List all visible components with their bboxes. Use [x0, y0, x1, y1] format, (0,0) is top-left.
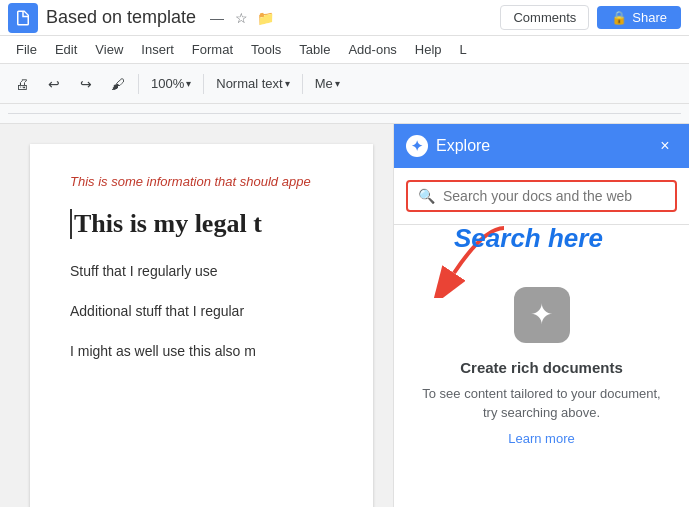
search-container: 🔍 — [394, 168, 689, 225]
style-arrow: ▾ — [285, 78, 290, 89]
doc-body-2[interactable]: Additional stuff that I regular — [70, 303, 333, 319]
document-area: This is some information that should app… — [0, 124, 393, 507]
font-value: Me — [315, 76, 333, 91]
font-selector[interactable]: Me ▾ — [309, 74, 346, 93]
print-button[interactable]: 🖨 — [8, 70, 36, 98]
doc-body-3[interactable]: I might as well use this also m — [70, 343, 333, 359]
menu-tools[interactable]: Tools — [243, 40, 289, 59]
star-icon[interactable]: ☆ — [232, 9, 250, 27]
title-actions: — ☆ 📁 — [208, 9, 274, 27]
main-area: This is some information that should app… — [0, 124, 689, 507]
share-label: Share — [632, 10, 667, 25]
file-menu-bar: File Edit View Insert Format Tools Table… — [0, 36, 689, 64]
explore-create-title: Create rich documents — [460, 359, 623, 376]
search-icon: 🔍 — [418, 188, 435, 204]
explore-create-desc: To see content tailored to your document… — [414, 384, 669, 423]
menu-format[interactable]: Format — [184, 40, 241, 59]
menu-edit[interactable]: Edit — [47, 40, 85, 59]
toolbar-divider-2 — [203, 74, 204, 94]
menu-file[interactable]: File — [8, 40, 45, 59]
search-box[interactable]: 🔍 — [406, 180, 677, 212]
explore-close-button[interactable]: × — [653, 134, 677, 158]
lock-icon: 🔒 — [611, 10, 627, 25]
folder-icon[interactable]: 📁 — [256, 9, 274, 27]
zoom-arrow: ▾ — [186, 78, 191, 89]
arrow-annotation: Search here — [424, 218, 524, 302]
minimize-icon[interactable]: — — [208, 9, 226, 27]
explore-panel-title: Explore — [436, 137, 653, 155]
zoom-value: 100% — [151, 76, 184, 91]
menu-help[interactable]: Help — [407, 40, 450, 59]
document-page: This is some information that should app… — [30, 144, 373, 507]
doc-title: Based on template — [46, 7, 196, 28]
menu-addons[interactable]: Add-ons — [340, 40, 404, 59]
learn-more-link[interactable]: Learn more — [508, 431, 574, 446]
explore-header: ✦ Explore × — [394, 124, 689, 168]
toolbar: 🖨 ↩ ↪ 🖌 100% ▾ Normal text ▾ Me ▾ — [0, 64, 689, 104]
font-arrow: ▾ — [335, 78, 340, 89]
style-selector[interactable]: Normal text ▾ — [210, 74, 295, 93]
ruler-line — [8, 113, 681, 114]
doc-body-1[interactable]: Stuff that I regularly use — [70, 263, 333, 279]
undo-button[interactable]: ↩ — [40, 70, 68, 98]
ruler — [0, 104, 689, 124]
menu-insert[interactable]: Insert — [133, 40, 182, 59]
zoom-selector[interactable]: 100% ▾ — [145, 74, 197, 93]
doc-heading[interactable]: This is my legal t — [70, 209, 333, 239]
toolbar-divider-1 — [138, 74, 139, 94]
toolbar-divider-3 — [302, 74, 303, 94]
search-area-wrapper: 🔍 Search here — [394, 168, 689, 225]
explore-panel: ✦ Explore × 🔍 — [393, 124, 689, 507]
style-value: Normal text — [216, 76, 282, 91]
menu-extra[interactable]: L — [452, 40, 475, 59]
redo-button[interactable]: ↪ — [72, 70, 100, 98]
app-icon — [8, 3, 38, 33]
title-bar: Based on template — ☆ 📁 Comments 🔒 Share — [0, 0, 689, 36]
menu-view[interactable]: View — [87, 40, 131, 59]
doc-info-text: This is some information that should app… — [70, 174, 333, 189]
comments-button[interactable]: Comments — [500, 5, 589, 30]
share-button[interactable]: 🔒 Share — [597, 6, 681, 29]
search-here-label: Search here — [454, 223, 603, 254]
search-input[interactable] — [443, 188, 665, 204]
explore-panel-icon: ✦ — [406, 135, 428, 157]
menu-table[interactable]: Table — [291, 40, 338, 59]
paint-format-button[interactable]: 🖌 — [104, 70, 132, 98]
